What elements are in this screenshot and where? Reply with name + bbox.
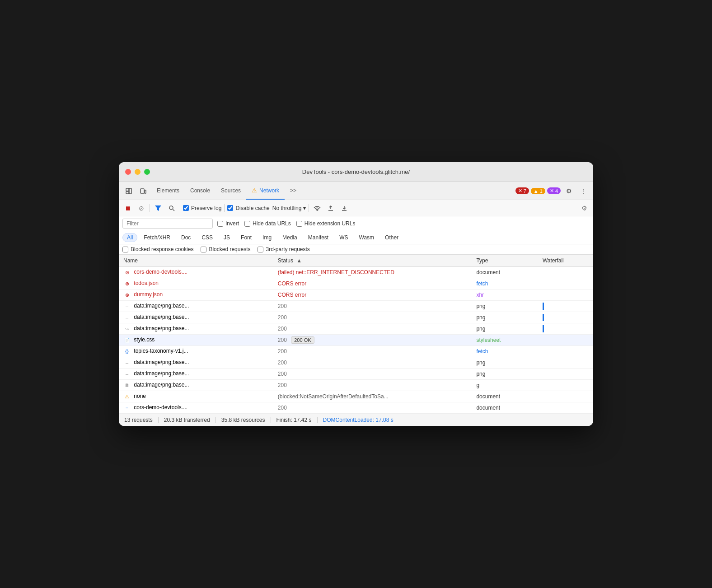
clear-icon[interactable]: ⊘	[136, 203, 147, 214]
row-waterfall	[538, 369, 593, 380]
type-btn-manifest[interactable]: Manifest	[304, 233, 333, 242]
css-file-icon: 📄	[123, 336, 131, 344]
type-btn-css[interactable]: CSS	[197, 233, 217, 242]
type-btn-font[interactable]: Font	[236, 233, 256, 242]
blocked-status-link[interactable]: (blocked:NotSameOriginAfterDefaultedToSa…	[278, 393, 389, 400]
minimize-button[interactable]	[135, 169, 141, 175]
preserve-log-checkbox[interactable]: Preserve log	[183, 205, 221, 211]
filter-checkboxes: Invert Hide data URLs Hide extension URL…	[217, 220, 355, 227]
table-row[interactable]: – data:image/png;base... 200 png	[119, 301, 593, 312]
type-btn-fetch-xhr[interactable]: Fetch/XHR	[139, 233, 175, 242]
requests-count: 13 requests	[124, 417, 153, 423]
disable-cache-input[interactable]	[227, 205, 233, 211]
invert-input[interactable]	[217, 221, 223, 227]
type-btn-js[interactable]: JS	[219, 233, 234, 242]
error-circle-icon: ⊗	[123, 291, 131, 299]
table-row[interactable]: ⊗ cors-demo-devtools.... (failed) net::E…	[119, 267, 593, 278]
tab-console[interactable]: Console	[185, 182, 215, 200]
third-party-checkbox[interactable]: 3rd-party requests	[258, 246, 309, 252]
warning-triangle-icon: ▲	[534, 188, 539, 194]
blocked-cookies-checkbox[interactable]: Blocked response cookies	[122, 246, 193, 252]
th-type[interactable]: Type	[472, 255, 538, 267]
table-row[interactable]: ≡ cors-demo-devtools.... 200 document	[119, 402, 593, 414]
table-row[interactable]: ⊗ dummy.json CORS error xhr	[119, 289, 593, 301]
row-name: {} topics-taxonomy-v1.j...	[119, 346, 273, 357]
hide-extension-urls-input[interactable]	[296, 221, 302, 227]
type-btn-wasm[interactable]: Wasm	[355, 233, 379, 242]
network-settings-icon[interactable]: ⚙	[579, 203, 590, 214]
inspect-element-icon[interactable]	[122, 185, 135, 197]
toolbar-sep-2	[180, 204, 180, 212]
hide-data-urls-checkbox[interactable]: Hide data URLs	[244, 220, 291, 227]
tab-more[interactable]: >>	[285, 182, 302, 200]
type-btn-doc[interactable]: Doc	[177, 233, 195, 242]
type-btn-all[interactable]: All	[122, 233, 137, 242]
hide-data-urls-input[interactable]	[244, 221, 250, 227]
row-type: png	[472, 357, 538, 369]
invert-checkbox[interactable]: Invert	[217, 220, 239, 227]
resources-size: 35.8 kB resources	[221, 417, 265, 423]
transferred-size: 20.3 kB transferred	[164, 417, 210, 423]
table-row[interactable]: – data:image/png;base... 200 png	[119, 312, 593, 323]
table-row[interactable]: – data:image/png;base... 200 png	[119, 357, 593, 369]
th-name[interactable]: Name	[119, 255, 273, 267]
row-name: 🗎 data:image/png;base...	[119, 380, 273, 391]
tab-elements[interactable]: Elements	[151, 182, 185, 200]
disable-cache-checkbox[interactable]: Disable cache	[227, 205, 269, 211]
devtools-window: DevTools - cors-demo-devtools.glitch.me/	[119, 162, 593, 426]
tab-sources[interactable]: Sources	[215, 182, 246, 200]
blocked-cookies-input[interactable]	[122, 247, 128, 252]
preserve-log-input[interactable]	[183, 205, 189, 211]
blocked-requests-checkbox[interactable]: Blocked requests	[201, 246, 250, 252]
status-sep-4	[317, 417, 318, 423]
hide-extension-urls-checkbox[interactable]: Hide extension URLs	[296, 220, 356, 227]
error-badge: ✕ 7	[515, 187, 529, 194]
svg-rect-3	[141, 189, 144, 193]
row-waterfall	[538, 289, 593, 301]
row-name: ⚠ none	[119, 391, 273, 402]
dash-icon: –	[123, 359, 131, 366]
blocked-requests-input[interactable]	[201, 247, 206, 252]
row-status: 200	[273, 312, 472, 323]
device-toggle-icon[interactable]	[137, 185, 150, 197]
settings-icon[interactable]: ⚙	[562, 185, 575, 197]
wifi-icon[interactable]	[312, 203, 323, 214]
filter-bar: Invert Hide data URLs Hide extension URL…	[119, 216, 593, 231]
close-button[interactable]	[125, 169, 131, 175]
svg-point-8	[317, 210, 318, 210]
table-row[interactable]: ⊗ todos.json CORS error fetch	[119, 278, 593, 289]
download-icon[interactable]	[339, 203, 350, 214]
window-title: DevTools - cors-demo-devtools.glitch.me/	[302, 168, 410, 175]
table-row[interactable]: {} topics-taxonomy-v1.j... 200 fetch	[119, 346, 593, 357]
table-row[interactable]: 🗎 data:image/png;base... 200 g	[119, 380, 593, 391]
stop-recording-icon[interactable]: ⏹	[122, 203, 133, 214]
search-icon[interactable]	[166, 203, 177, 214]
row-waterfall	[538, 312, 593, 323]
th-waterfall[interactable]: Waterfall	[538, 255, 593, 267]
tab-network[interactable]: ⚠ Network	[246, 182, 285, 200]
row-type: fetch	[472, 346, 538, 357]
sort-arrow-icon: ▲	[296, 257, 302, 264]
more-options-icon[interactable]: ⋮	[577, 185, 590, 197]
type-btn-other[interactable]: Other	[380, 233, 403, 242]
type-btn-media[interactable]: Media	[278, 233, 302, 242]
upload-icon[interactable]	[325, 203, 336, 214]
row-type: document	[472, 391, 538, 402]
filter-icon[interactable]	[153, 203, 164, 214]
third-party-input[interactable]	[258, 247, 263, 252]
type-btn-img[interactable]: Img	[258, 233, 276, 242]
th-status[interactable]: Status ▲	[273, 255, 472, 267]
type-btn-ws[interactable]: WS	[335, 233, 352, 242]
maximize-button[interactable]	[144, 169, 150, 175]
table-row[interactable]: ⚠ none (blocked:NotSameOriginAfterDefaul…	[119, 391, 593, 402]
row-waterfall	[538, 402, 593, 414]
row-name: ⊗ dummy.json	[119, 289, 273, 301]
table-row[interactable]: – data:image/png;base... 200 png	[119, 369, 593, 380]
table-row[interactable]: ↪ data:image/png;base... 200 png	[119, 323, 593, 335]
row-name: ⊗ cors-demo-devtools....	[119, 267, 273, 278]
throttle-selector[interactable]: No throttling ▾	[272, 205, 306, 211]
row-waterfall	[538, 301, 593, 312]
filter-input[interactable]	[122, 219, 213, 229]
network-table-container[interactable]: Name Status ▲ Type Waterfall	[119, 255, 593, 414]
table-row[interactable]: 📄 style.css 200 200 OK stylesheet	[119, 335, 593, 346]
